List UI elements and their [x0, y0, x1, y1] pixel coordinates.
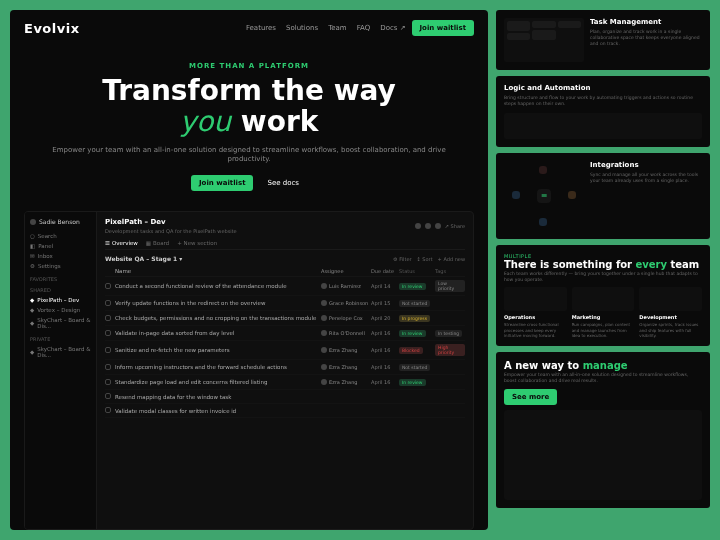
checkbox-icon[interactable] [105, 364, 111, 370]
team-col-marketing: MarketingRun campaigns, plan content and… [572, 287, 635, 338]
side-column: Task Management Plan, organize and track… [496, 10, 710, 530]
sidebar-user-name: Sadie Benson [39, 218, 80, 225]
task-name: Validate modal classes for written invoi… [115, 408, 321, 414]
checkbox-icon[interactable] [105, 315, 111, 321]
sidebar-item-skychart1[interactable]: ◆ SkyChart – Board & Dis... [30, 315, 91, 331]
tab-board[interactable]: ▦ Board [146, 240, 169, 246]
team-preview-icon [572, 287, 635, 311]
sidebar-section-shared: Shared [30, 287, 91, 293]
hero-title: Transform the way you work [50, 76, 448, 138]
task-assignee[interactable]: Ezra Zhang [321, 347, 371, 353]
checkbox-icon[interactable] [105, 330, 111, 336]
nav-link-solutions[interactable]: Solutions [286, 24, 318, 32]
logo[interactable]: Evolvix [24, 21, 80, 36]
share-button[interactable]: ↗ Share [445, 223, 465, 229]
sidebar-item-skychart2[interactable]: ◆ SkyChart – Board & Dis... [30, 344, 91, 360]
table-row[interactable]: Inform upcoming instructors and the forw… [105, 360, 465, 375]
checkbox-icon[interactable] [105, 283, 111, 289]
nav-links: Features Solutions Team FAQ Docs ↗ [246, 24, 406, 32]
table-row[interactable]: Conduct a second functional review of th… [105, 277, 465, 296]
add-new-button[interactable]: + Add new [438, 256, 465, 262]
nav-cta-button[interactable]: Join waitlist [412, 20, 474, 36]
checkbox-icon[interactable] [105, 347, 111, 353]
task-name: Sanitize and re-fetch the new parameters [115, 347, 321, 353]
task-status[interactable]: In review [399, 378, 435, 386]
sidebar-item-pixelpath[interactable]: ◆ PixelPath – Dev [30, 295, 91, 305]
nav-link-team[interactable]: Team [328, 24, 347, 32]
integration-node-icon [539, 218, 547, 226]
integration-center-icon: ≡ [537, 189, 551, 203]
nav-link-features[interactable]: Features [246, 24, 276, 32]
see-more-button[interactable]: See more [504, 389, 557, 405]
avatar-icon [321, 364, 327, 370]
feature-title: Logic and Automation [504, 84, 702, 92]
sidebar-item-vortex[interactable]: ◆ Vortex – Design [30, 305, 91, 315]
task-tag[interactable]: Low priority [435, 280, 465, 292]
task-tag[interactable]: In testing [435, 329, 465, 337]
nav-link-faq[interactable]: FAQ [357, 24, 371, 32]
table-row[interactable]: Standardize page load and edit concerns … [105, 375, 465, 390]
task-tag[interactable]: High priority [435, 344, 465, 356]
table-row[interactable]: Check budgets, permissions and no croppi… [105, 311, 465, 326]
task-status[interactable]: Blocked [399, 346, 435, 354]
sidebar-item-search[interactable]: ○ Search [30, 231, 91, 241]
task-assignee[interactable]: Ezra Zhang [321, 364, 371, 370]
feature-title: Task Management [590, 18, 702, 26]
integration-node-icon [512, 191, 520, 199]
nav-link-docs[interactable]: Docs ↗ [380, 24, 405, 32]
sidebar-user[interactable]: Sadie Benson [30, 218, 91, 225]
checkbox-icon[interactable] [105, 393, 111, 399]
task-status[interactable]: Not started [399, 299, 435, 307]
feature-preview-task [504, 18, 584, 62]
section-desc: Each team works differently — bring your… [504, 271, 702, 283]
main-landing-column: Evolvix Features Solutions Team FAQ Docs… [10, 10, 488, 530]
filter-button[interactable]: ⚙ Filter [393, 256, 411, 262]
checkbox-icon[interactable] [105, 407, 111, 413]
task-assignee[interactable]: Penelope Cox [321, 315, 371, 321]
col-assignee-header[interactable]: Assignee [321, 268, 371, 274]
col-date-header[interactable]: Due date [371, 268, 399, 274]
member-avatar-icon[interactable] [425, 223, 431, 229]
table-row[interactable]: Validate in-page data sorted from day le… [105, 326, 465, 341]
table-row[interactable]: Sanitize and re-fetch the new parameters… [105, 341, 465, 360]
content-tabs: ☰ Overview ▦ Board + New section [105, 240, 465, 250]
table-row[interactable]: Verify update functions in the redirect … [105, 296, 465, 311]
hero-eyebrow: MORE THAN A PLATFORM [50, 62, 448, 70]
task-date: April 14 [371, 283, 399, 289]
task-status[interactable]: In progress [399, 314, 435, 322]
task-assignee[interactable]: Luis Ramirez [321, 283, 371, 289]
task-status[interactable]: In review [399, 282, 435, 290]
stage-name[interactable]: Website QA – Stage 1 ▾ [105, 255, 182, 262]
table-row[interactable]: Validate modal classes for written invoi… [105, 404, 465, 418]
add-section-button[interactable]: + New section [177, 240, 217, 246]
member-avatar-icon[interactable] [415, 223, 421, 229]
app-preview-window: Sadie Benson ○ Search ◧ Panel ✉ Inbox ⚙ … [24, 211, 474, 530]
stage-actions: ⚙ Filter ↕ Sort + Add new [393, 256, 465, 262]
feature-card-automation: Logic and Automation Bring structure and… [496, 76, 710, 147]
table-row[interactable]: Resend mapping data for the window task [105, 390, 465, 404]
tab-overview[interactable]: ☰ Overview [105, 240, 138, 246]
sort-button[interactable]: ↕ Sort [417, 256, 433, 262]
col-status-header[interactable]: Status [399, 268, 435, 274]
app-sidebar: Sadie Benson ○ Search ◧ Panel ✉ Inbox ⚙ … [25, 212, 97, 529]
task-status[interactable]: Not started [399, 363, 435, 371]
hero-join-button[interactable]: Join waitlist [191, 175, 253, 191]
task-assignee[interactable]: Grace Robinson [321, 300, 371, 306]
task-status[interactable]: In review [399, 329, 435, 337]
task-assignee[interactable]: Ezra Zhang [321, 379, 371, 385]
member-avatar-icon[interactable] [435, 223, 441, 229]
content-header: PixelPath – Dev Development tasks and QA… [105, 218, 465, 234]
col-tag-header[interactable]: Tags [435, 268, 465, 274]
feature-desc: Bring structure and flow to your work by… [504, 95, 702, 107]
sidebar-section-private: Private [30, 336, 91, 342]
checkbox-icon[interactable] [105, 379, 111, 385]
sidebar-item-inbox[interactable]: ✉ Inbox [30, 251, 91, 261]
task-assignee[interactable]: Rita O'Donnell [321, 330, 371, 336]
task-name: Conduct a second functional review of th… [115, 283, 321, 289]
checkbox-icon[interactable] [105, 300, 111, 306]
app-content: PixelPath – Dev Development tasks and QA… [97, 212, 473, 529]
sidebar-item-panel[interactable]: ◧ Panel [30, 241, 91, 251]
col-name-header[interactable]: Name [115, 268, 321, 274]
sidebar-item-settings[interactable]: ⚙ Settings [30, 261, 91, 271]
hero-docs-button[interactable]: See docs [259, 175, 307, 191]
